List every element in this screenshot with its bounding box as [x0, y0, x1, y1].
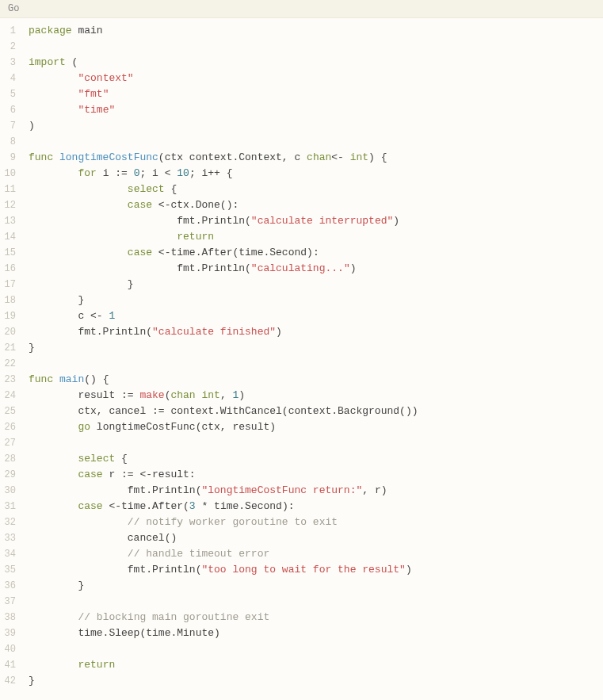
code-line	[29, 134, 418, 150]
token-id: fmt.Println(	[29, 215, 251, 227]
language-label: Go	[8, 3, 19, 14]
token-str: "context"	[78, 72, 133, 84]
token-op: (	[72, 56, 78, 68]
token-op: )	[29, 120, 35, 132]
token-id	[29, 167, 78, 179]
code-line: return	[29, 657, 418, 673]
code-line: }	[29, 578, 418, 594]
token-id	[29, 199, 128, 211]
token-num: 1	[109, 310, 115, 322]
token-id	[29, 72, 78, 84]
token-bi: make	[139, 389, 164, 401]
token-op: ) {	[368, 151, 387, 163]
token-id	[29, 659, 78, 671]
code-line: )	[29, 118, 418, 134]
token-id: )	[350, 262, 357, 274]
code-line: return	[29, 229, 418, 245]
token-kw: chan	[307, 151, 331, 163]
code-line: func longtimeCostFunc(ctx context.Contex…	[29, 150, 418, 166]
code-line: cancel()	[29, 530, 418, 546]
token-cm: // handle timeout error	[128, 548, 269, 560]
code-line: "fmt"	[29, 86, 418, 102]
line-number: 20	[3, 324, 16, 340]
token-id: }	[29, 294, 84, 306]
code-line	[29, 435, 418, 451]
token-id	[29, 183, 128, 195]
token-id: fmt.Println(	[29, 262, 251, 274]
code-line: func main() {	[29, 372, 418, 388]
code-line: fmt.Println("longtimeCostFunc return:", …	[29, 483, 418, 499]
token-str: "calculate finished"	[152, 326, 276, 338]
token-op: () {	[84, 373, 109, 385]
token-kw: func	[29, 373, 59, 385]
token-kw: select	[128, 183, 171, 195]
token-num: 3	[189, 500, 196, 512]
token-str: "calculating..."	[251, 262, 350, 274]
line-number: 16	[3, 261, 16, 277]
code-line: time.Sleep(time.Minute)	[29, 625, 418, 641]
line-number: 7	[3, 118, 16, 134]
token-num: 10	[177, 167, 189, 179]
line-number: 24	[3, 388, 16, 404]
line-number: 41	[3, 657, 16, 673]
token-str: "longtimeCostFunc return:"	[201, 484, 362, 496]
line-number: 2	[3, 39, 16, 55]
token-kw: package	[29, 25, 78, 36]
line-number: 38	[3, 610, 16, 625]
token-kw: case	[78, 469, 109, 480]
line-number: 17	[3, 277, 16, 293]
token-kw: return	[78, 659, 115, 671]
code-line	[29, 641, 418, 657]
token-id: ,	[220, 389, 233, 401]
code-line: select {	[29, 182, 418, 197]
code-line: // notify worker goroutine to exit	[29, 514, 418, 530]
token-op: }	[29, 675, 35, 687]
token-id	[29, 453, 78, 465]
token-id: i :=	[103, 167, 134, 179]
code-line: }	[29, 293, 418, 308]
token-id: fmt.Println(	[29, 326, 152, 338]
token-cm: // notify worker goroutine to exit	[128, 516, 338, 528]
token-id	[29, 500, 78, 512]
token-str: "fmt"	[78, 88, 109, 100]
token-id: fmt.Println(	[29, 564, 201, 576]
token-id	[29, 104, 78, 116]
line-number: 13	[3, 213, 16, 229]
line-number: 19	[3, 308, 16, 324]
token-id	[29, 231, 177, 243]
code-line: result := make(chan int, 1)	[29, 388, 418, 404]
token-kw: case	[128, 199, 158, 211]
token-op: }	[29, 342, 35, 354]
token-id: c <-	[29, 310, 109, 322]
token-id: )	[276, 326, 282, 338]
token-fn: longtimeCostFunc	[59, 151, 158, 163]
line-number: 30	[3, 483, 16, 499]
token-kw: case	[128, 247, 158, 258]
code-line: for i := 0; i < 10; i++ {	[29, 166, 418, 182]
code-line: // handle timeout error	[29, 546, 418, 562]
line-number: 21	[3, 340, 16, 356]
token-id: <-ctx.Done():	[158, 199, 239, 211]
token-str: "time"	[78, 104, 115, 116]
code-line: }	[29, 673, 418, 689]
token-str: "too long to wait for the result"	[201, 564, 405, 576]
token-id: r := <-result:	[109, 469, 195, 480]
line-number: 28	[3, 451, 16, 467]
token-id	[29, 469, 78, 480]
code-line: import (	[29, 55, 418, 71]
token-id: ; i <	[139, 167, 177, 179]
token-id: result :=	[29, 389, 139, 401]
code-line: }	[29, 277, 418, 293]
code-line: c <- 1	[29, 308, 418, 324]
line-number: 25	[3, 404, 16, 419]
token-kw: return	[177, 231, 214, 243]
line-number: 33	[3, 530, 16, 546]
code-line: package main	[29, 23, 418, 39]
code-line: case <-time.After(time.Second):	[29, 245, 418, 261]
line-number: 37	[3, 594, 16, 610]
token-kw: go	[78, 421, 96, 433]
line-number: 5	[3, 86, 16, 102]
code-block: 1234567891011121314151617181920212223242…	[0, 18, 603, 694]
line-number: 39	[3, 625, 16, 641]
code-line: case r := <-result:	[29, 467, 418, 483]
